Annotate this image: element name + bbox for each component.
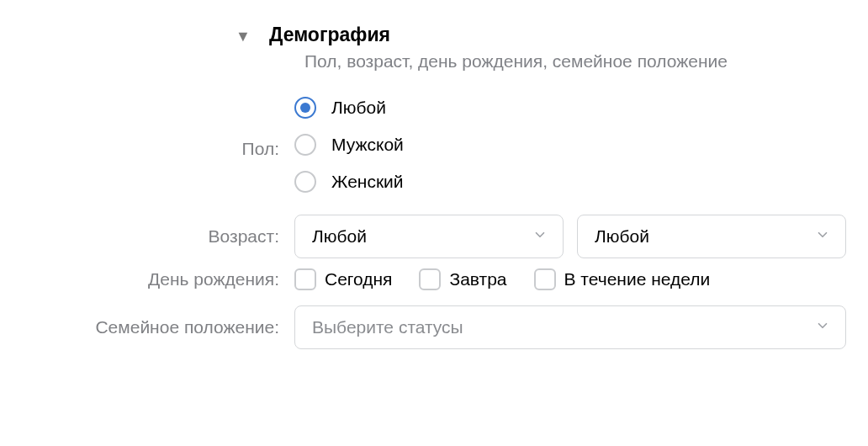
checkbox-label: В течение недели: [564, 269, 711, 289]
marital-field: Выберите статусы: [294, 305, 851, 349]
gender-option-male[interactable]: Мужской: [294, 134, 404, 156]
radio-icon: [294, 134, 316, 156]
radio-label: Женский: [331, 172, 404, 192]
section-subtitle-wrap: Пол, возраст, день рождения, семейное по…: [52, 51, 851, 72]
gender-option-any[interactable]: Любой: [294, 97, 404, 119]
checkbox-label: Завтра: [449, 269, 506, 289]
radio-label: Мужской: [331, 135, 404, 155]
birthday-label: День рождения:: [17, 269, 294, 289]
chevron-down-icon: [815, 317, 830, 337]
birthday-tomorrow[interactable]: Завтра: [419, 268, 506, 290]
gender-radio-group: Любой Мужской Женский: [294, 93, 404, 204]
birthday-field: Сегодня Завтра В течение недели: [294, 268, 851, 290]
section-header: ▼ Демография: [17, 24, 851, 46]
radio-icon: [294, 97, 316, 119]
row-gender: Пол: Любой Мужской Женский: [17, 93, 851, 204]
row-age: Возраст: Любой Любой: [17, 215, 851, 258]
select-value: Любой: [595, 226, 649, 247]
select-value: Любой: [312, 226, 367, 247]
checkbox-icon: [534, 268, 556, 290]
row-marital: Семейное положение: Выберите статусы: [17, 305, 851, 349]
collapse-triangle-icon[interactable]: ▼: [236, 29, 251, 44]
age-from-select[interactable]: Любой: [294, 215, 564, 258]
chevron-down-icon: [532, 226, 548, 247]
marital-select[interactable]: Выберите статусы: [294, 305, 846, 349]
section-title: Демография: [269, 24, 390, 46]
age-to-select[interactable]: Любой: [577, 215, 846, 258]
birthday-today[interactable]: Сегодня: [294, 268, 392, 290]
select-placeholder: Выберите статусы: [312, 317, 463, 337]
checkbox-icon: [419, 268, 441, 290]
checkbox-icon: [294, 268, 316, 290]
radio-icon: [294, 171, 316, 193]
row-birthday: День рождения: Сегодня Завтра В течение …: [17, 268, 851, 290]
age-select-pair: Любой Любой: [294, 215, 846, 258]
radio-label: Любой: [331, 98, 386, 118]
gender-field: Любой Мужской Женский: [294, 93, 851, 204]
age-field: Любой Любой: [294, 215, 851, 258]
birthday-week[interactable]: В течение недели: [534, 268, 711, 290]
chevron-down-icon: [815, 226, 830, 247]
marital-label: Семейное положение:: [17, 317, 294, 337]
gender-label: Пол:: [17, 139, 294, 159]
age-label: Возраст:: [17, 226, 294, 247]
section-subtitle: Пол, возраст, день рождения, семейное по…: [304, 51, 728, 71]
checkbox-label: Сегодня: [325, 269, 392, 289]
gender-option-female[interactable]: Женский: [294, 171, 404, 193]
